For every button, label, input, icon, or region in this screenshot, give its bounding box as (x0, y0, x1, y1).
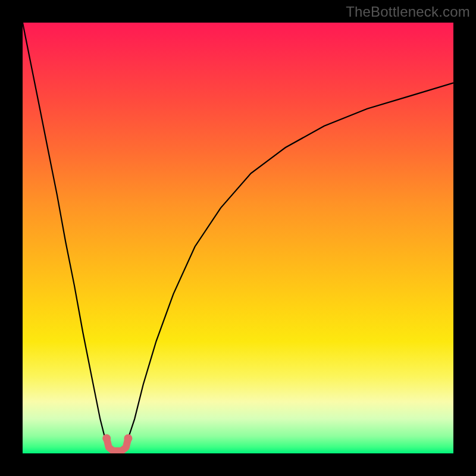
curve-layer (23, 23, 453, 453)
curve-left-branch (23, 23, 113, 451)
minimum-marker-end-right (124, 434, 132, 443)
watermark-text: TheBottleneck.com (346, 4, 470, 20)
minimum-marker-end-left (102, 434, 111, 443)
plot-area (23, 23, 453, 453)
curve-right-branch (122, 83, 454, 450)
chart-frame: TheBottleneck.com (0, 0, 476, 476)
